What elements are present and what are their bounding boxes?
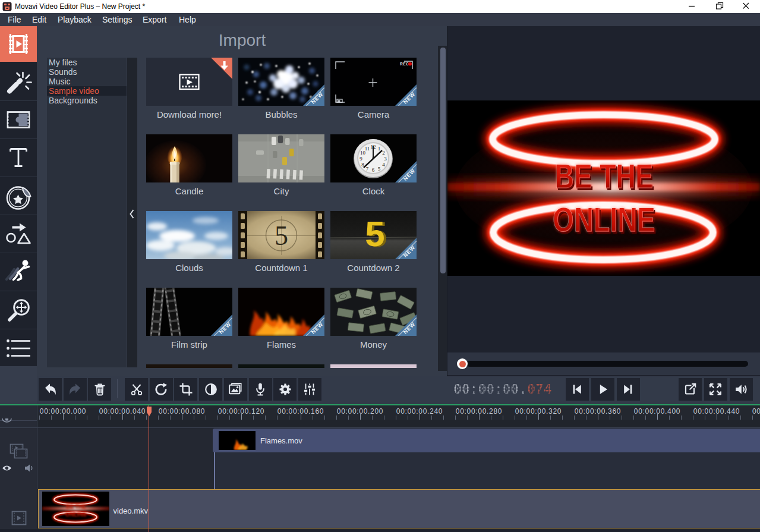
svg-text:5: 5 bbox=[378, 166, 381, 172]
svg-text:5: 5 bbox=[275, 221, 288, 251]
svg-text:BE THE: BE THE bbox=[554, 156, 653, 195]
svg-text:5: 5 bbox=[365, 214, 384, 254]
svg-text:2: 2 bbox=[382, 150, 385, 156]
svg-text:REC: REC bbox=[400, 62, 409, 66]
svg-text:ONLINE: ONLINE bbox=[553, 200, 655, 238]
svg-text:ONLINE: ONLINE bbox=[65, 511, 87, 518]
svg-text:11: 11 bbox=[365, 146, 370, 152]
svg-text:3: 3 bbox=[384, 156, 387, 162]
svg-text:7: 7 bbox=[366, 166, 369, 172]
svg-text:BE THE: BE THE bbox=[66, 503, 86, 510]
svg-text:4: 4 bbox=[382, 162, 385, 168]
svg-text:1: 1 bbox=[378, 146, 381, 152]
svg-text:6: 6 bbox=[372, 167, 375, 173]
svg-text:9: 9 bbox=[359, 156, 362, 162]
